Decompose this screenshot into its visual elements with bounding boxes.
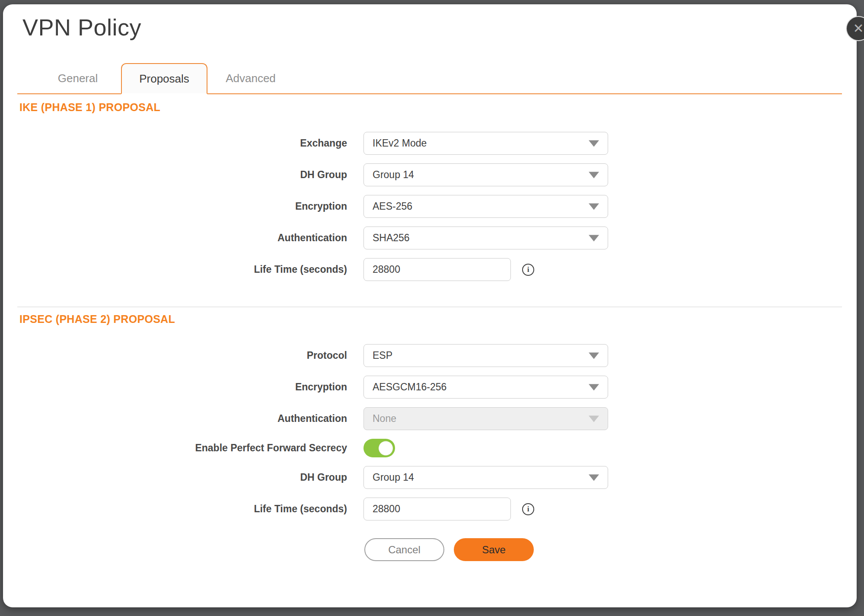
protocol-dropdown[interactable]: ESP — [363, 344, 608, 367]
tab-general-label: General — [58, 72, 98, 85]
chevron-down-icon — [589, 140, 599, 147]
chevron-down-icon — [589, 384, 599, 390]
encryption-row: Encryption AES-256 — [3, 195, 857, 218]
protocol-label: Protocol — [3, 350, 347, 361]
encryption2-label: Encryption — [3, 381, 347, 393]
encryption-dropdown[interactable]: AES-256 — [363, 195, 608, 218]
pfs-row: Enable Perfect Forward Secrecy — [3, 439, 857, 457]
vpn-policy-dialog: VPN Policy General Proposals Advanced IK… — [3, 4, 857, 607]
dialog-actions: Cancel Save — [364, 538, 534, 561]
authentication-row: Authentication SHA256 — [3, 227, 857, 249]
protocol-row: Protocol ESP — [3, 344, 857, 367]
page-title: VPN Policy — [22, 14, 141, 41]
dh-group-dropdown[interactable]: Group 14 — [363, 163, 608, 186]
dh-group2-value: Group 14 — [373, 472, 414, 483]
dh-group2-label: DH Group — [3, 472, 347, 483]
ipsec-phase2-heading: IPSEC (PHASE 2) PROPOSAL — [19, 313, 175, 326]
authentication-value: SHA256 — [373, 232, 410, 244]
tab-advanced[interactable]: Advanced — [207, 63, 294, 93]
exchange-dropdown[interactable]: IKEv2 Mode — [363, 132, 608, 155]
authentication2-value: None — [373, 413, 396, 424]
dh-group2-dropdown[interactable]: Group 14 — [363, 466, 608, 489]
dh-group-row: DH Group Group 14 — [3, 163, 857, 186]
ike-phase1-form: Exchange IKEv2 Mode DH Group Group 14 En… — [3, 132, 857, 290]
authentication2-row: Authentication None — [3, 407, 857, 430]
dh-group2-row: DH Group Group 14 — [3, 466, 857, 489]
authentication2-label: Authentication — [3, 413, 347, 424]
save-button[interactable]: Save — [454, 538, 534, 561]
tab-bar: General Proposals Advanced — [17, 63, 842, 94]
info-icon[interactable]: i — [522, 264, 534, 276]
exchange-row: Exchange IKEv2 Mode — [3, 132, 857, 155]
tab-general[interactable]: General — [35, 63, 121, 93]
encryption2-value: AESGCM16-256 — [373, 381, 446, 393]
chevron-down-icon — [589, 415, 599, 422]
toggle-knob — [379, 441, 393, 455]
chevron-down-icon — [589, 474, 599, 481]
exchange-value: IKEv2 Mode — [373, 137, 427, 149]
tab-proposals[interactable]: Proposals — [121, 63, 207, 94]
exchange-label: Exchange — [3, 137, 347, 149]
section-divider — [17, 306, 842, 307]
tab-advanced-label: Advanced — [226, 72, 276, 85]
chevron-down-icon — [589, 235, 599, 241]
encryption-value: AES-256 — [373, 201, 412, 212]
encryption2-row: Encryption AESGCM16-256 — [3, 376, 857, 399]
dh-group-value: Group 14 — [373, 169, 414, 181]
authentication-label: Authentication — [3, 232, 347, 244]
life-time2-input[interactable] — [363, 498, 511, 520]
encryption2-dropdown[interactable]: AESGCM16-256 — [363, 376, 608, 399]
life-time-input[interactable] — [363, 258, 511, 281]
ike-phase1-heading: IKE (PHASE 1) PROPOSAL — [19, 101, 160, 114]
cancel-button[interactable]: Cancel — [364, 538, 444, 561]
life-time-row: Life Time (seconds) i — [3, 258, 857, 281]
life-time-label: Life Time (seconds) — [3, 264, 347, 275]
ipsec-phase2-form: Protocol ESP Encryption AESGCM16-256 Aut… — [3, 344, 857, 529]
life-time2-row: Life Time (seconds) i — [3, 498, 857, 520]
chevron-down-icon — [589, 352, 599, 359]
encryption-label: Encryption — [3, 201, 347, 212]
authentication2-dropdown-disabled: None — [363, 407, 608, 430]
protocol-value: ESP — [373, 350, 392, 361]
pfs-toggle-on[interactable] — [363, 439, 395, 457]
pfs-label: Enable Perfect Forward Secrecy — [3, 442, 347, 454]
tab-proposals-label: Proposals — [139, 72, 189, 86]
life-time2-label: Life Time (seconds) — [3, 503, 347, 515]
chevron-down-icon — [589, 172, 599, 178]
authentication-dropdown[interactable]: SHA256 — [363, 227, 608, 249]
info-icon[interactable]: i — [522, 503, 534, 515]
chevron-down-icon — [589, 203, 599, 210]
dh-group-label: DH Group — [3, 169, 347, 181]
